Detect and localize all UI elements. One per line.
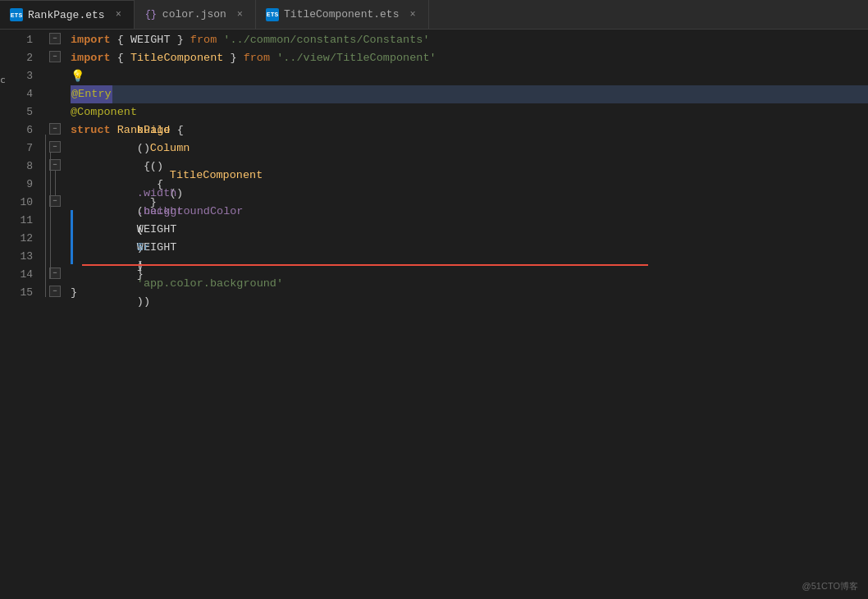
property-backgroundcolor: .backgroundColor bbox=[137, 205, 244, 217]
ets-icon-titlecomponent: ETS bbox=[266, 8, 279, 21]
paren-open-bg: ( bbox=[137, 223, 144, 235]
tab-label-rankpage: RankPage.ets bbox=[28, 9, 105, 21]
line-num-9: 9 bbox=[7, 176, 33, 194]
tab-titlecomponent[interactable]: ETS TitleComponent.ets × bbox=[256, 0, 429, 29]
line-num-2: 2 bbox=[7, 49, 33, 67]
code-line-5: @Component bbox=[71, 103, 868, 121]
fold-btn-15[interactable]: − bbox=[49, 286, 61, 297]
line-numbers: 1 2 3 4 5 6 7 8 9 10 11 12 13 14 15 bbox=[7, 30, 41, 599]
tab-close-rankpage[interactable]: × bbox=[113, 7, 124, 22]
from-keyword-1: from bbox=[190, 31, 217, 49]
line-num-4: 4 bbox=[7, 85, 33, 103]
fold-btn-7[interactable]: − bbox=[49, 141, 61, 153]
identifier-titlecomponent-import: TitleComponent bbox=[130, 49, 223, 67]
code-line-14: } bbox=[71, 266, 868, 284]
line-num-13: 13 bbox=[7, 248, 33, 266]
line-num-14: 14 bbox=[7, 266, 33, 284]
fold-btn-10[interactable]: − bbox=[49, 195, 61, 207]
tab-bar: ETS RankPage.ets × {} color.json × ETS T… bbox=[0, 0, 868, 30]
brace-struct-close: } bbox=[71, 284, 77, 302]
code-line-1: import { WEIGHT } from '../common/consta… bbox=[71, 31, 868, 49]
tab-label-titlecomponent: TitleComponent.ets bbox=[284, 8, 399, 21]
keyword-import-1: import bbox=[71, 31, 111, 49]
brace-open-2: { bbox=[111, 49, 130, 67]
left-indicator: c bbox=[0, 30, 7, 599]
code-line-13: .backgroundColor ( $r ( 'app.color.backg… bbox=[71, 248, 868, 266]
line-num-12: 12 bbox=[7, 230, 33, 248]
fold-btn-6[interactable]: − bbox=[49, 123, 61, 135]
code-line-2: import { TitleComponent } from '../view/… bbox=[71, 49, 868, 67]
tab-close-titlecomponent[interactable]: × bbox=[407, 7, 418, 22]
tab-close-colorjson[interactable]: × bbox=[235, 7, 245, 22]
line-num-1: 1 bbox=[7, 31, 33, 49]
code-line-3: 💡 bbox=[71, 67, 868, 85]
brace-build-close: } bbox=[137, 268, 144, 281]
tab-label-colorjson: color.json bbox=[162, 8, 226, 21]
vertical-line-struct bbox=[45, 135, 46, 297]
line-num-3: 3 bbox=[7, 67, 33, 85]
line-num-10: 10 bbox=[7, 194, 33, 212]
ets-icon-rankpage: ETS bbox=[10, 8, 23, 21]
gutter: − − − − − − − − bbox=[41, 30, 71, 599]
identifier-weight: WEIGHT bbox=[130, 31, 171, 49]
from-keyword-2: from bbox=[244, 49, 270, 67]
brace-close-2: } bbox=[223, 49, 243, 67]
watermark: @51CTO博客 bbox=[802, 580, 858, 592]
line-num-5: 5 bbox=[7, 103, 33, 121]
fold-btn-2[interactable]: − bbox=[49, 51, 61, 62]
code-line-6: struct RankPage { bbox=[71, 121, 868, 139]
left-edge-c: c bbox=[0, 75, 6, 85]
json-icon-colorjson: {} bbox=[144, 8, 158, 21]
line-num-15: 15 bbox=[7, 284, 33, 302]
line-num-8: 8 bbox=[7, 158, 33, 176]
line-num-11: 11 bbox=[7, 212, 33, 230]
vertical-line-column bbox=[55, 171, 56, 195]
line-num-7: 7 bbox=[7, 139, 33, 158]
editor: c 1 2 3 4 5 6 7 8 9 10 11 12 13 14 15 − … bbox=[0, 30, 868, 599]
fold-btn-8[interactable]: − bbox=[49, 159, 61, 171]
brace-close-1: } bbox=[171, 31, 190, 49]
string-path-1: '../common/constants/Constants' bbox=[217, 31, 429, 49]
lightbulb-icon[interactable]: 💡 bbox=[71, 67, 85, 85]
brace-open-1: { bbox=[111, 31, 130, 49]
fold-btn-14[interactable]: − bbox=[49, 267, 61, 279]
vertical-line-build bbox=[50, 153, 51, 279]
method-titlecomponent-call: TitleComponent bbox=[170, 169, 263, 181]
code-line-4: @Entry bbox=[71, 85, 868, 103]
fold-btn-1[interactable]: − bbox=[49, 33, 61, 44]
code-line-15: } bbox=[71, 284, 868, 302]
code-area[interactable]: import { WEIGHT } from '../common/consta… bbox=[71, 30, 868, 599]
line-num-6: 6 bbox=[7, 121, 33, 139]
string-path-2: '../view/TitleComponent' bbox=[270, 49, 436, 67]
tab-colorjson[interactable]: {} color.json × bbox=[135, 0, 256, 29]
decorator-entry: @Entry bbox=[71, 85, 112, 103]
tab-rankpage[interactable]: ETS RankPage.ets × bbox=[0, 0, 135, 29]
keyword-import-2: import bbox=[71, 49, 111, 67]
